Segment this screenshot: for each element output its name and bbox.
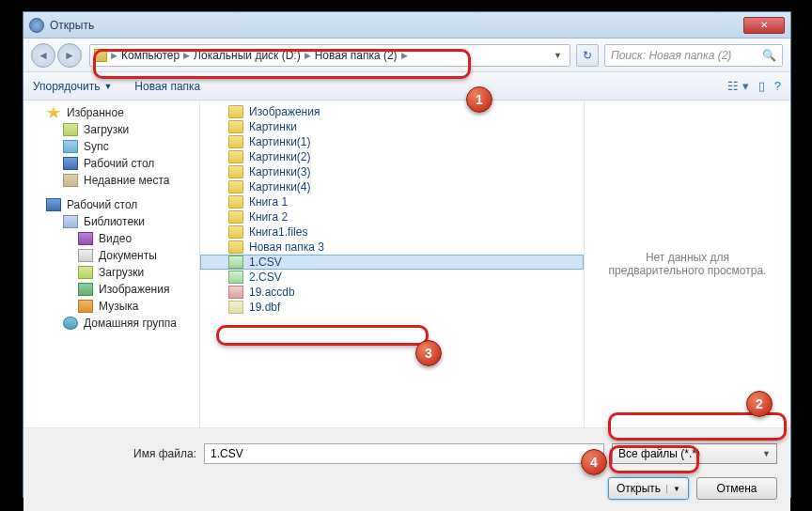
breadcrumb-item[interactable]: Локальный диск (D:): [194, 49, 301, 62]
libraries-icon: [63, 215, 78, 228]
nav-arrows: ◄ ►: [31, 43, 82, 68]
titlebar: Открыть ✕: [23, 12, 790, 39]
list-item-selected[interactable]: 1.CSV: [200, 255, 584, 270]
star-icon: [46, 106, 61, 119]
list-item[interactable]: Картинки(4): [200, 179, 584, 194]
breadcrumb-item[interactable]: Компьютер: [121, 49, 180, 62]
open-dialog: Открыть ✕ ◄ ► ▶ Компьютер ▶ Локальный ди…: [23, 11, 791, 498]
button-row: Открыть ▼ Отмена: [37, 477, 777, 500]
list-item[interactable]: Изображения: [200, 104, 584, 119]
folder-icon: [94, 49, 107, 62]
file-list: Изображения Картинки Картинки(1) Картинк…: [200, 101, 584, 427]
search-icon: 🔍: [762, 49, 776, 62]
filename-label: Имя файла:: [37, 447, 196, 460]
chevron-right-icon: ▶: [304, 51, 311, 60]
window-title: Открыть: [50, 19, 743, 32]
list-item[interactable]: Картинки(1): [200, 134, 584, 149]
list-item[interactable]: Книга 2: [200, 209, 584, 225]
list-item[interactable]: Книга1.files: [200, 225, 584, 240]
sidebar-item-video[interactable]: Видео: [23, 230, 199, 247]
desktop-icon: [46, 198, 61, 211]
sidebar-item-downloads2[interactable]: Загрузки: [23, 264, 199, 281]
folder-icon: [228, 180, 243, 194]
sidebar-item-images[interactable]: Изображения: [23, 281, 199, 298]
recent-icon: [63, 174, 78, 187]
images-icon: [78, 283, 93, 296]
list-item[interactable]: Картинки(2): [200, 149, 584, 164]
folder-icon: [228, 225, 243, 239]
file-type-select[interactable]: Все файлы (*.*) ▼: [612, 443, 777, 464]
filename-input[interactable]: 1.CSV ▼: [204, 443, 604, 464]
folder-icon: [228, 135, 243, 148]
folder-icon: [228, 150, 243, 163]
refresh-button[interactable]: ↻: [576, 44, 599, 67]
chevron-right-icon: ▶: [183, 51, 190, 60]
chevron-right-icon: ▶: [401, 51, 408, 60]
list-item[interactable]: 19.dbf: [200, 300, 584, 315]
folder-icon: [228, 105, 243, 118]
list-item[interactable]: Картинки(3): [200, 164, 584, 179]
breadcrumb: ▶ Компьютер ▶ Локальный диск (D:) ▶ Нова…: [111, 49, 408, 62]
back-button[interactable]: ◄: [31, 43, 55, 68]
cancel-button[interactable]: Отмена: [696, 477, 777, 500]
sidebar-homegroup[interactable]: Домашняя группа: [23, 315, 199, 332]
sidebar-item-recent[interactable]: Недавние места: [23, 172, 199, 189]
folder-icon: [228, 165, 243, 178]
preview-pane: Нет данных для предварительного просмотр…: [584, 101, 790, 427]
video-icon: [78, 232, 93, 245]
sidebar: Избранное Загрузки Sync Рабочий стол Нед…: [23, 101, 200, 427]
content-area: Избранное Загрузки Sync Рабочий стол Нед…: [23, 101, 790, 427]
folder-icon: [228, 195, 243, 209]
sidebar-item-documents[interactable]: Документы: [23, 247, 199, 264]
chevron-down-icon[interactable]: ▼: [589, 449, 598, 458]
address-bar[interactable]: ▶ Компьютер ▶ Локальный диск (D:) ▶ Нова…: [89, 44, 570, 67]
new-folder-button[interactable]: Новая папка: [134, 80, 200, 93]
chevron-down-icon: ▼: [103, 82, 112, 91]
sync-icon: [63, 140, 78, 153]
open-button[interactable]: Открыть ▼: [608, 477, 689, 500]
folder-icon: [228, 120, 243, 133]
desktop-icon: [63, 157, 78, 170]
list-item[interactable]: Новая папка 3: [200, 240, 584, 255]
downloads-icon: [78, 266, 93, 279]
folder-icon: [228, 240, 243, 254]
sidebar-desktop-root[interactable]: Рабочий стол: [23, 196, 199, 213]
list-item[interactable]: 19.accdb: [200, 285, 584, 300]
preview-pane-icon[interactable]: ▯: [758, 79, 765, 93]
accdb-icon: [228, 286, 243, 299]
chevron-down-icon: ▼: [762, 449, 771, 458]
help-icon[interactable]: ?: [774, 79, 781, 93]
sidebar-item-sync[interactable]: Sync: [23, 138, 199, 155]
breadcrumb-item[interactable]: Новая папка (2): [315, 49, 398, 62]
folder-icon: [228, 210, 243, 224]
toolbar: Упорядочить ▼ Новая папка ☷ ▾ ▯ ?: [23, 72, 790, 101]
downloads-icon: [63, 123, 78, 136]
forward-button[interactable]: ►: [57, 43, 82, 68]
csv-icon: [228, 256, 243, 269]
sidebar-item-desktop[interactable]: Рабочий стол: [23, 155, 199, 172]
view-icon[interactable]: ☷ ▾: [727, 79, 749, 93]
address-dropdown-icon[interactable]: ▼: [550, 51, 566, 60]
dbf-icon: [228, 301, 243, 314]
toolbar-right: ☷ ▾ ▯ ?: [727, 79, 781, 93]
csv-icon: [228, 271, 243, 284]
sidebar-favorites[interactable]: Избранное: [23, 104, 199, 121]
music-icon: [78, 300, 93, 313]
sidebar-item-music[interactable]: Музыка: [23, 298, 199, 315]
preview-text: Нет данных для предварительного просмотр…: [603, 251, 772, 277]
list-item[interactable]: Книга 1: [200, 194, 584, 209]
bottom-bar: Имя файла: 1.CSV ▼ Все файлы (*.*) ▼ Отк…: [23, 427, 790, 511]
chevron-down-icon: ▼: [666, 485, 680, 493]
filename-row: Имя файла: 1.CSV ▼ Все файлы (*.*) ▼: [37, 443, 777, 464]
sidebar-libraries[interactable]: Библиотеки: [23, 213, 199, 230]
search-placeholder: Поиск: Новая папка (2): [611, 49, 762, 62]
app-icon: [29, 18, 44, 33]
close-button[interactable]: ✕: [743, 17, 785, 34]
organize-button[interactable]: Упорядочить ▼: [33, 80, 112, 93]
sidebar-item-downloads[interactable]: Загрузки: [23, 121, 199, 138]
search-input[interactable]: Поиск: Новая папка (2) 🔍: [604, 44, 783, 67]
list-item[interactable]: Картинки: [200, 119, 584, 134]
nav-bar: ◄ ► ▶ Компьютер ▶ Локальный диск (D:) ▶ …: [23, 39, 790, 72]
list-item[interactable]: 2.CSV: [200, 270, 584, 285]
homegroup-icon: [63, 317, 78, 330]
